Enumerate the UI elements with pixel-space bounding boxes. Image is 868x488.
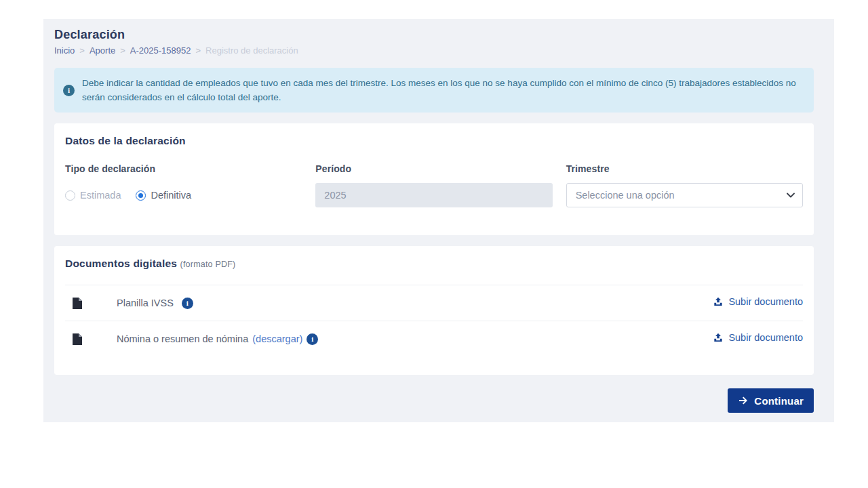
documents-card-title: Documentos digitales (formato PDF) (65, 257, 803, 271)
radio-definitiva-circle[interactable] (136, 190, 146, 201)
continue-button[interactable]: Continuar (728, 388, 814, 413)
radio-estimada-circle[interactable] (65, 190, 75, 201)
radio-estimada-label: Estimada (80, 190, 121, 201)
declaration-card-title: Datos de la declaración (65, 134, 803, 148)
documents-format-note: (formato PDF) (180, 260, 236, 269)
breadcrumb-separator: > (196, 45, 201, 56)
page-title: Declaración (54, 27, 814, 42)
info-alert: i Debe indicar la cantidad de empleados … (54, 68, 814, 113)
breadcrumb-separator: > (79, 45, 85, 56)
upload-icon (713, 332, 724, 343)
breadcrumb-link-inicio[interactable]: Inicio (54, 45, 75, 56)
document-download-link[interactable]: (descargar) (252, 333, 302, 344)
continue-button-label: Continuar (754, 395, 804, 407)
breadcrumb-link-aporte[interactable]: Aporte (90, 45, 115, 56)
footer-actions: Continuar (54, 388, 814, 413)
document-row-nomina: Nómina o resumen de nómina (descargar) i… (65, 321, 803, 357)
upload-document-button[interactable]: Subir documento (713, 296, 803, 307)
info-icon: i (63, 85, 75, 96)
trimester-field-group: Trimestre Seleccione una opción (566, 163, 803, 207)
main-content-panel: Declaración Inicio>Aporte>A-2025-158952>… (43, 19, 834, 422)
info-icon[interactable]: i (182, 298, 193, 309)
info-alert-text: Debe indicar la cantidad de empleados qu… (82, 76, 802, 104)
breadcrumb: Inicio>Aporte>A-2025-158952>Registro de … (54, 45, 814, 57)
radio-definitiva-label: Definitiva (151, 190, 191, 201)
arrow-right-icon (738, 395, 749, 406)
declaration-type-radio-group: Estimada Definitiva (65, 183, 302, 207)
period-field-group: Período (315, 163, 552, 207)
documents-table: Planilla IVSS i Subir documento (65, 285, 803, 357)
info-icon[interactable]: i (307, 333, 318, 345)
breadcrumb-separator: > (120, 45, 125, 56)
upload-icon (713, 296, 724, 307)
declaration-data-card: Datos de la declaración Tipo de declarac… (54, 123, 814, 235)
documents-title-text: Documentos digitales (65, 258, 177, 269)
upload-document-button[interactable]: Subir documento (713, 332, 803, 343)
period-input (315, 183, 552, 207)
declaration-type-label: Tipo de declaración (65, 163, 302, 175)
breadcrumb-link-aporte-id[interactable]: A-2025-158952 (130, 45, 191, 56)
upload-label: Subir documento (728, 296, 803, 307)
period-label: Período (315, 163, 552, 175)
file-icon (73, 333, 82, 345)
trimester-label: Trimestre (566, 163, 803, 175)
file-icon (73, 298, 82, 309)
document-name: Planilla IVSS (117, 298, 174, 308)
document-row-planilla: Planilla IVSS i Subir documento (65, 285, 803, 321)
radio-definitiva[interactable]: Definitiva (136, 190, 191, 201)
document-name: Nómina o resumen de nómina (117, 333, 248, 344)
digital-documents-card: Documentos digitales (formato PDF) Plani… (54, 246, 814, 375)
breadcrumb-current: Registro de declaración (205, 45, 298, 56)
trimester-select[interactable]: Seleccione una opción (566, 183, 803, 207)
radio-estimada[interactable]: Estimada (65, 190, 121, 201)
upload-label: Subir documento (728, 332, 803, 343)
declaration-type-field: Tipo de declaración Estimada Definitiva (65, 163, 302, 207)
